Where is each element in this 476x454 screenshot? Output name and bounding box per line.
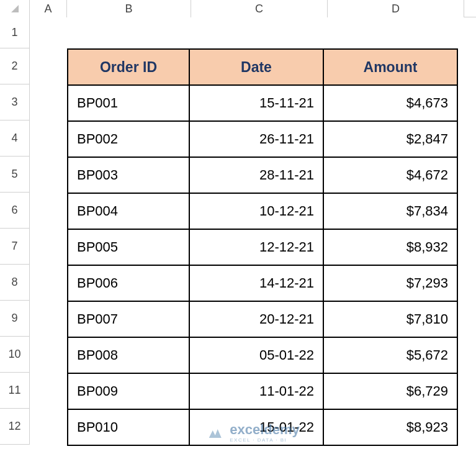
table-row: BP003 28-11-21 $4,672 (68, 157, 457, 193)
data-table-wrap: Order ID Date Amount BP001 15-11-21 $4,6… (67, 48, 458, 446)
cell-amount[interactable]: $7,834 (323, 193, 457, 229)
header-order-id[interactable]: Order ID (68, 49, 189, 85)
cell-order-id[interactable]: BP009 (68, 373, 189, 409)
cell-order-id[interactable]: BP010 (68, 409, 189, 445)
cell-amount[interactable]: $4,672 (323, 157, 457, 193)
cells-area[interactable]: Order ID Date Amount BP001 15-11-21 $4,6… (30, 17, 476, 454)
row-header-5[interactable]: 5 (0, 157, 30, 193)
select-all-icon (10, 4, 20, 14)
cell-date[interactable]: 20-12-21 (189, 301, 323, 337)
cell-amount[interactable]: $8,923 (323, 409, 457, 445)
row-header-6[interactable]: 6 (0, 193, 30, 229)
row-header-7[interactable]: 7 (0, 229, 30, 265)
cell-date[interactable]: 10-12-21 (189, 193, 323, 229)
cell-date[interactable]: 14-12-21 (189, 265, 323, 301)
watermark-icon (206, 424, 223, 442)
table-row: BP002 26-11-21 $2,847 (68, 121, 457, 157)
table-row: BP007 20-12-21 $7,810 (68, 301, 457, 337)
column-header-row: A B C D (0, 0, 476, 17)
cell-date[interactable]: 26-11-21 (189, 121, 323, 157)
row-header-10[interactable]: 10 (0, 337, 30, 373)
cell-amount[interactable]: $4,673 (323, 85, 457, 121)
row-header-2[interactable]: 2 (0, 48, 30, 84)
cell-date[interactable]: 15-11-21 (189, 85, 323, 121)
table-header-row: Order ID Date Amount (68, 49, 457, 85)
col-header-D[interactable]: D (328, 0, 464, 17)
header-amount[interactable]: Amount (323, 49, 457, 85)
row-header-3[interactable]: 3 (0, 84, 30, 120)
row-header-11[interactable]: 11 (0, 373, 30, 409)
table-row: BP008 05-01-22 $5,672 (68, 337, 457, 373)
table-row: BP001 15-11-21 $4,673 (68, 85, 457, 121)
row-header-12[interactable]: 12 (0, 409, 30, 445)
table-row: BP009 11-01-22 $6,729 (68, 373, 457, 409)
watermark: exceldemy EXCEL · DATA · BI (206, 423, 300, 443)
col-header-A[interactable]: A (30, 0, 67, 17)
cell-amount[interactable]: $8,932 (323, 229, 457, 265)
cell-amount[interactable]: $7,810 (323, 301, 457, 337)
watermark-text: exceldemy EXCEL · DATA · BI (230, 423, 300, 443)
header-date[interactable]: Date (189, 49, 323, 85)
row-header-9[interactable]: 9 (0, 301, 30, 337)
cell-amount[interactable]: $7,293 (323, 265, 457, 301)
row-header-column: 1 2 3 4 5 6 7 8 9 10 11 12 (0, 17, 30, 445)
cell-order-id[interactable]: BP004 (68, 193, 189, 229)
cell-amount[interactable]: $5,672 (323, 337, 457, 373)
cell-order-id[interactable]: BP007 (68, 301, 189, 337)
cell-order-id[interactable]: BP001 (68, 85, 189, 121)
cell-order-id[interactable]: BP005 (68, 229, 189, 265)
cell-date[interactable]: 28-11-21 (189, 157, 323, 193)
watermark-sub: EXCEL · DATA · BI (230, 438, 300, 443)
cell-amount[interactable]: $6,729 (323, 373, 457, 409)
cell-date[interactable]: 11-01-22 (189, 373, 323, 409)
cell-order-id[interactable]: BP003 (68, 157, 189, 193)
select-all-corner[interactable] (0, 0, 30, 17)
cell-amount[interactable]: $2,847 (323, 121, 457, 157)
col-header-B[interactable]: B (67, 0, 191, 17)
data-table: Order ID Date Amount BP001 15-11-21 $4,6… (67, 48, 458, 446)
row-header-1[interactable]: 1 (0, 17, 30, 48)
row-header-8[interactable]: 8 (0, 265, 30, 301)
table-row: BP004 10-12-21 $7,834 (68, 193, 457, 229)
cell-date[interactable]: 12-12-21 (189, 229, 323, 265)
cell-order-id[interactable]: BP002 (68, 121, 189, 157)
table-row: BP005 12-12-21 $8,932 (68, 229, 457, 265)
watermark-main: exceldemy (230, 423, 300, 437)
col-header-C[interactable]: C (191, 0, 328, 17)
cell-date[interactable]: 05-01-22 (189, 337, 323, 373)
cell-order-id[interactable]: BP008 (68, 337, 189, 373)
spreadsheet: A B C D 1 2 3 4 5 6 7 8 9 10 11 12 Order… (0, 0, 476, 454)
cell-order-id[interactable]: BP006 (68, 265, 189, 301)
table-row: BP006 14-12-21 $7,293 (68, 265, 457, 301)
row-header-4[interactable]: 4 (0, 120, 30, 157)
